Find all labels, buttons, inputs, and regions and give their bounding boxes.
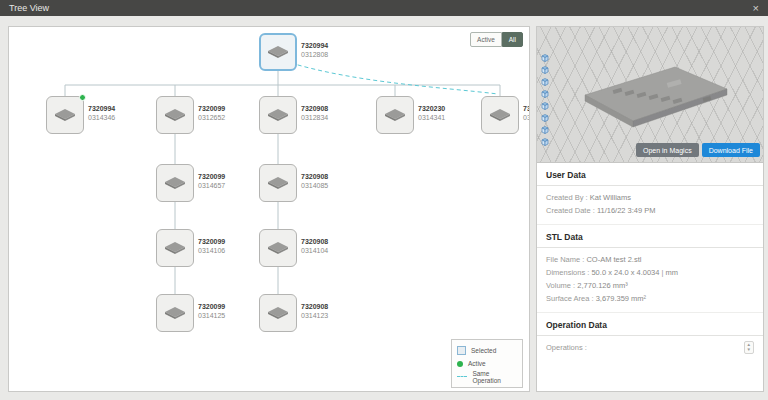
part-number: 7320099: [198, 104, 225, 113]
plate-icon: [164, 176, 186, 190]
part-number: 7320230: [418, 104, 445, 113]
legend-same-operation-label: Same Operation: [472, 370, 517, 384]
view-orientation-cube-icon[interactable]: [540, 65, 550, 75]
tree-panel: Active All 7320994: [8, 26, 530, 392]
dimensions-label: Dimensions :: [546, 268, 589, 277]
part-number: 7320908: [301, 172, 328, 181]
tree-view-window: Tree View × Active All: [0, 0, 768, 400]
detail-panel: Open in Magics Download File User Data C…: [536, 26, 764, 392]
part-number: 7320994: [88, 104, 115, 113]
toggle-active-button[interactable]: Active: [470, 32, 502, 47]
surface-area-label: Surface Area :: [546, 294, 594, 303]
viewer-toolbar: [540, 53, 550, 147]
tree-node[interactable]: 7320099 0314106: [156, 229, 194, 267]
serial-number: 0314104: [301, 246, 328, 255]
created-date-value: 11/16/22 3:49 PM: [597, 206, 656, 215]
created-by-row: Created By : Kat Williams: [546, 191, 754, 204]
tree-node[interactable]: 732 031: [481, 96, 519, 134]
legend-selected: Selected: [457, 344, 517, 357]
part-number: 7320908: [301, 302, 328, 311]
operations-stepper[interactable]: ▲ ▼: [744, 341, 754, 354]
tree-node[interactable]: 7320230 0314341: [376, 96, 414, 134]
node-label: 7320099 0314657: [198, 172, 225, 190]
active-all-toggle: Active All: [470, 32, 523, 47]
download-file-button[interactable]: Download File: [702, 143, 760, 157]
file-name-value: CO-AM test 2.stl: [586, 255, 641, 264]
operation-data-header: Operation Data: [537, 313, 763, 336]
dimensions-divider: |: [662, 268, 664, 277]
plate-icon: [267, 108, 289, 122]
titlebar: Tree View ×: [0, 0, 768, 16]
volume-value: 2,770.126 mm³: [577, 281, 627, 290]
surface-area-row: Surface Area : 3,679.359 mm²: [546, 292, 754, 305]
legend-active: Active: [457, 357, 517, 370]
part-thumbnail: [376, 96, 414, 134]
volume-row: Volume : 2,770.126 mm³: [546, 279, 754, 292]
node-label: 7320994 0312808: [301, 41, 328, 59]
serial-number: 0314085: [301, 181, 328, 190]
created-by-label: Created By :: [546, 193, 588, 202]
legend-same-operation: Same Operation: [457, 370, 517, 383]
view-orientation-cube-icon[interactable]: [540, 101, 550, 111]
plate-icon: [267, 306, 289, 320]
serial-number: 0314341: [418, 113, 445, 122]
view-orientation-cube-icon[interactable]: [540, 137, 550, 147]
close-icon[interactable]: ×: [753, 3, 759, 13]
part-number: 7320908: [301, 104, 328, 113]
3d-viewer[interactable]: Open in Magics Download File: [537, 27, 763, 163]
node-label: 7320908 0314085: [301, 172, 328, 190]
node-label: 732 031: [523, 104, 530, 122]
surface-area-value: 3,679.359 mm²: [596, 294, 646, 303]
serial-number: 0314346: [88, 113, 115, 122]
active-dot-icon: [457, 361, 463, 367]
dimensions-row: Dimensions : 50.0 x 24.0 x 4.0034 | mm: [546, 266, 754, 279]
part-number: 7320099: [198, 172, 225, 181]
volume-label: Volume :: [546, 281, 575, 290]
part-thumbnail: [259, 164, 297, 202]
view-orientation-cube-icon[interactable]: [540, 89, 550, 99]
tree-node[interactable]: 7320099 0312652: [156, 96, 194, 134]
toggle-all-button[interactable]: All: [502, 32, 523, 47]
serial-number: 0312834: [301, 113, 328, 122]
tree-node[interactable]: 7320908 0314104: [259, 229, 297, 267]
tree-node[interactable]: 7320994 0314346: [46, 96, 84, 134]
part-thumbnail: [481, 96, 519, 134]
serial-number: 0312808: [301, 50, 328, 59]
tree-node[interactable]: 7320908 0312834: [259, 96, 297, 134]
tree-node[interactable]: 7320908 0314085: [259, 164, 297, 202]
view-orientation-cube-icon[interactable]: [540, 53, 550, 63]
part-thumbnail: [259, 294, 297, 332]
stl-model-preview: [575, 55, 735, 135]
operations-label: Operations :: [546, 341, 587, 354]
part-number: 7320099: [198, 302, 225, 311]
node-label: 7320230 0314341: [418, 104, 445, 122]
dimensions-value: 50.0 x 24.0 x 4.0034: [591, 268, 659, 277]
operations-row: Operations : ▲ ▼: [546, 341, 754, 354]
plate-icon: [489, 108, 511, 122]
tree-node[interactable]: 7320908 0314123: [259, 294, 297, 332]
view-orientation-cube-icon[interactable]: [540, 125, 550, 135]
view-orientation-cube-icon[interactable]: [540, 77, 550, 87]
legend-selected-label: Selected: [471, 347, 496, 354]
serial-number: 031: [523, 113, 530, 122]
serial-number: 0314657: [198, 181, 225, 190]
view-orientation-cube-icon[interactable]: [540, 113, 550, 123]
tree-node[interactable]: 7320099 0314125: [156, 294, 194, 332]
part-number: 7320908: [301, 237, 328, 246]
serial-number: 0312652: [198, 113, 225, 122]
tree-node[interactable]: 7320099 0314657: [156, 164, 194, 202]
plate-icon: [164, 108, 186, 122]
dimensions-unit[interactable]: mm: [666, 268, 679, 277]
part-thumbnail: [156, 229, 194, 267]
stepper-down-icon[interactable]: ▼: [747, 348, 751, 353]
tree-node-root[interactable]: 7320994 0312808: [259, 33, 297, 71]
node-label: 7320099 0314125: [198, 302, 225, 320]
part-thumbnail: [156, 294, 194, 332]
plate-icon: [54, 108, 76, 122]
file-name-label: File Name :: [546, 255, 584, 264]
viewer-button-group: Open in Magics Download File: [636, 143, 760, 157]
file-name-row: File Name : CO-AM test 2.stl: [546, 253, 754, 266]
plate-icon: [164, 306, 186, 320]
open-in-magics-button[interactable]: Open in Magics: [636, 143, 699, 157]
created-by-value: Kat Williams: [590, 193, 631, 202]
